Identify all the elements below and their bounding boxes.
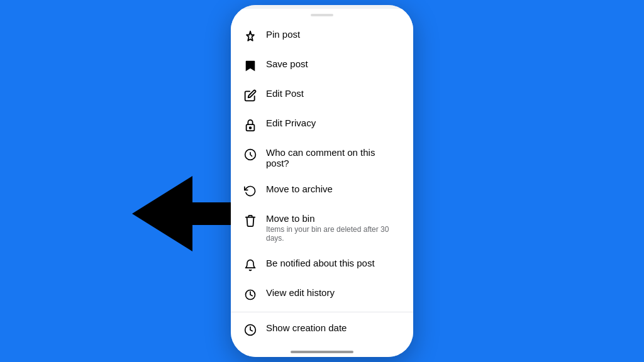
menu-item-pin-post[interactable]: Pin post [231, 21, 413, 51]
phone-container: ◄ App Store ‹ ✏ ⌕ Posts Photos Videos Wh… [231, 5, 413, 357]
pin-post-label: Pin post [266, 29, 300, 40]
bottom-sheet: Pin post Save post Edit Post [231, 9, 413, 357]
svg-point-1 [250, 127, 252, 129]
save-post-text: Save post [266, 58, 308, 69]
menu-item-who-can-comment[interactable]: Who can comment on this post? [231, 140, 413, 176]
who-can-comment-label: Who can comment on this post? [266, 147, 401, 168]
edit-post-text: Edit Post [266, 88, 304, 99]
move-archive-text: Move to archive [266, 184, 333, 194]
comment-icon [243, 148, 257, 162]
edit-post-icon [243, 89, 257, 102]
menu-item-save-post[interactable]: Save post [231, 51, 413, 80]
edit-post-label: Edit Post [266, 88, 304, 99]
trash-icon [243, 214, 257, 228]
sheet-handle [311, 14, 333, 16]
save-post-label: Save post [266, 58, 308, 69]
archive-icon [243, 184, 257, 198]
menu-item-edit-post[interactable]: Edit Post [231, 80, 413, 110]
move-bin-label: Move to bin [266, 213, 401, 224]
view-edit-history-text: View edit history [266, 287, 335, 298]
lock-icon [243, 118, 257, 132]
menu-item-show-creation-date[interactable]: Show creation date [231, 315, 413, 344]
view-edit-history-label: View edit history [266, 287, 335, 298]
show-creation-date-label: Show creation date [266, 322, 347, 333]
save-icon [243, 59, 257, 73]
home-indicator [291, 351, 353, 353]
move-bin-text: Move to bin Items in your bin are delete… [266, 213, 401, 243]
pin-icon [243, 30, 257, 43]
pin-post-text: Pin post [266, 29, 300, 40]
menu-item-edit-privacy[interactable]: Edit Privacy [231, 110, 413, 140]
menu-item-move-bin[interactable]: Move to bin Items in your bin are delete… [231, 206, 413, 250]
history-icon [243, 288, 257, 302]
be-notified-label: Be notified about this post [266, 258, 375, 268]
edit-privacy-label: Edit Privacy [266, 118, 316, 128]
menu-item-move-archive[interactable]: Move to archive [231, 176, 413, 206]
who-can-comment-text: Who can comment on this post? [266, 147, 401, 168]
menu-item-be-notified[interactable]: Be notified about this post [231, 250, 413, 280]
move-bin-sublabel: Items in your bin are deleted after 30 d… [266, 225, 401, 243]
menu-divider [231, 312, 413, 312]
show-creation-date-text: Show creation date [266, 322, 347, 333]
clock-icon [243, 323, 257, 337]
menu-item-view-edit-history[interactable]: View edit history [231, 280, 413, 309]
edit-privacy-text: Edit Privacy [266, 118, 316, 128]
move-archive-label: Move to archive [266, 184, 333, 194]
bell-icon [243, 258, 257, 272]
be-notified-text: Be notified about this post [266, 258, 375, 268]
